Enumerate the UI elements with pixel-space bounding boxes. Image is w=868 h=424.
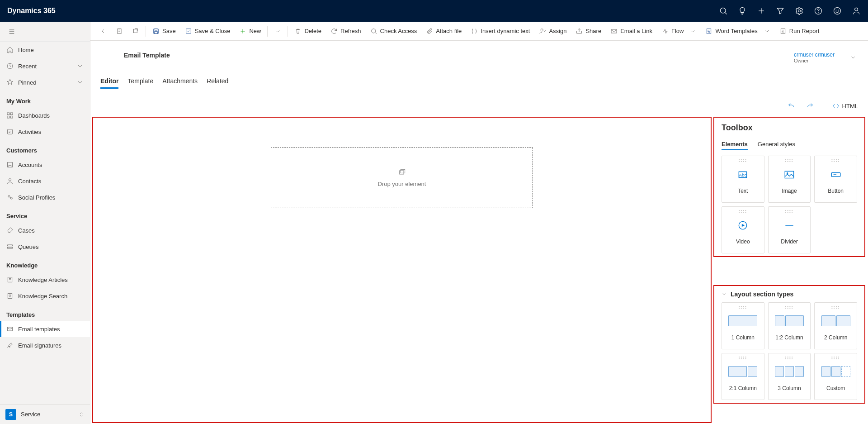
toolbox-tab-elements[interactable]: Elements	[722, 139, 748, 150]
layout-tile-1col[interactable]: •••••••• 1 Column	[722, 302, 764, 349]
area-switcher[interactable]: S Service	[0, 404, 90, 424]
new-dropdown[interactable]	[269, 22, 286, 41]
sidebar-item-activities[interactable]: Activities	[0, 124, 90, 140]
drop-zone[interactable]: Drop your element	[271, 148, 533, 208]
svg-rect-46	[400, 171, 404, 174]
refresh-button[interactable]: Refresh	[326, 22, 366, 41]
undo-button[interactable]	[785, 100, 797, 111]
sidebar-item-dashboards[interactable]: Dashboards	[0, 107, 90, 124]
sidebar-item-social[interactable]: Social Profiles	[0, 189, 90, 205]
share-button[interactable]: Share	[571, 22, 606, 41]
check-access-button[interactable]: Check Access	[366, 22, 422, 41]
owner-block[interactable]: crmuser crmuser Owner	[794, 52, 835, 63]
email-link-button[interactable]: Email a Link	[606, 22, 657, 41]
sidebar-item-pinned[interactable]: Pinned	[0, 74, 90, 91]
tab-template[interactable]: Template	[127, 75, 153, 89]
svg-rect-17	[7, 116, 9, 118]
plus-icon[interactable]	[757, 6, 766, 15]
tab-related[interactable]: Related	[207, 75, 228, 89]
header-chevron-down-icon[interactable]	[850, 54, 856, 61]
svg-rect-25	[8, 247, 13, 248]
sidebar-item-contacts[interactable]: Contacts	[0, 173, 90, 189]
save-button[interactable]: Save	[148, 22, 180, 41]
toolbox-tile-image[interactable]: •••••••• Image	[768, 156, 811, 203]
sidebar: Home Recent Pinned My Work Dashboards Ac…	[0, 22, 90, 424]
toolbox-tile-video[interactable]: •••••••• Video	[722, 206, 764, 253]
svg-text:Abc: Abc	[739, 172, 747, 177]
assign-button[interactable]: Assign	[534, 22, 571, 41]
svg-line-1	[725, 13, 727, 14]
sidebar-item-label: Queues	[18, 243, 39, 250]
sidebar-item-queues[interactable]: Queues	[0, 238, 90, 255]
html-button[interactable]: HTML	[830, 100, 861, 111]
svg-rect-50	[785, 171, 794, 178]
drop-icon	[398, 169, 406, 176]
grip-icon: ••••••••	[739, 210, 747, 213]
toolbox-tile-text[interactable]: •••••••• Abc Text	[722, 156, 764, 203]
help-icon[interactable]	[814, 6, 823, 15]
svg-rect-35	[155, 29, 157, 30]
tab-editor[interactable]: Editor	[100, 75, 118, 89]
layout-tile-2-1col[interactable]: •••••••• 2:1 Column	[722, 353, 764, 400]
toolbox-tab-general-styles[interactable]: General styles	[758, 139, 795, 150]
record-list-button[interactable]	[111, 22, 127, 41]
hamburger-button[interactable]	[0, 22, 90, 42]
global-nav: Dynamics 365	[0, 0, 868, 22]
grip-icon: ••••••••	[831, 305, 840, 309]
chevron-down-icon	[689, 28, 696, 35]
word-templates-button[interactable]: Word Templates	[701, 22, 774, 41]
smile-icon[interactable]	[833, 6, 842, 15]
run-report-button[interactable]: Run Report	[775, 22, 824, 41]
svg-point-40	[371, 29, 375, 33]
svg-point-10	[855, 8, 858, 11]
sidebar-item-label: Activities	[18, 129, 41, 135]
editor-canvas[interactable]: Drop your element	[92, 117, 712, 423]
svg-rect-24	[8, 245, 13, 246]
svg-rect-37	[186, 29, 191, 33]
filter-icon[interactable]	[776, 6, 785, 15]
sidebar-section-service: Service	[0, 205, 90, 222]
new-button[interactable]: New	[235, 22, 265, 41]
sidebar-item-knowledge-articles[interactable]: Knowledge Articles	[0, 272, 90, 288]
user-icon[interactable]	[852, 6, 861, 15]
svg-point-6	[818, 13, 819, 13]
sidebar-item-cases[interactable]: Cases	[0, 222, 90, 238]
svg-point-51	[787, 173, 788, 174]
area-label: Service	[21, 411, 40, 418]
back-button[interactable]	[95, 22, 111, 41]
save-close-button[interactable]: Save & Close	[180, 22, 235, 41]
updown-icon	[78, 411, 85, 418]
layout-tile-1-2col[interactable]: •••••••• 1:2 Column	[768, 302, 811, 349]
sidebar-item-knowledge-search[interactable]: Knowledge Search	[0, 288, 90, 304]
sidebar-item-accounts[interactable]: Accounts	[0, 157, 90, 173]
layout-tile-custom[interactable]: •••••••• Custom	[814, 353, 857, 400]
svg-marker-55	[742, 224, 745, 227]
open-new-window-button[interactable]	[127, 22, 144, 41]
grip-icon: ••••••••	[785, 305, 793, 309]
text-icon: Abc	[737, 169, 749, 181]
toolbox-tile-button[interactable]: •••••••• Button	[814, 156, 857, 203]
layout-tile-2col[interactable]: •••••••• 2 Column	[814, 302, 857, 349]
sidebar-item-email-signatures[interactable]: Email signatures	[0, 337, 90, 353]
toolbox-tile-divider[interactable]: •••••••• Divider	[768, 206, 811, 253]
svg-rect-19	[8, 129, 13, 134]
sidebar-item-label: Knowledge Articles	[18, 276, 68, 283]
sidebar-item-home[interactable]: Home	[0, 42, 90, 58]
tab-attachments[interactable]: Attachments	[162, 75, 198, 89]
attach-file-button[interactable]: Attach file	[421, 22, 466, 41]
lightbulb-icon[interactable]	[738, 6, 747, 15]
sidebar-item-email-templates[interactable]: Email templates	[0, 321, 90, 337]
svg-point-21	[9, 179, 11, 181]
toolbox: Toolbox Elements General styles ••••••••…	[713, 117, 865, 257]
delete-button[interactable]: Delete	[290, 22, 326, 41]
layout-tile-3col[interactable]: •••••••• 3 Column	[768, 353, 811, 400]
sidebar-item-recent[interactable]: Recent	[0, 58, 90, 74]
drop-label: Drop your element	[378, 181, 426, 187]
sidebar-item-label: Dashboards	[18, 112, 50, 119]
flow-button[interactable]: Flow	[657, 22, 701, 41]
redo-button[interactable]	[804, 100, 816, 111]
insert-dynamic-text-button[interactable]: Insert dynamic text	[466, 22, 534, 41]
search-icon[interactable]	[719, 6, 728, 15]
gear-icon[interactable]	[795, 6, 804, 15]
layout-header[interactable]: Layout section types	[722, 291, 857, 298]
